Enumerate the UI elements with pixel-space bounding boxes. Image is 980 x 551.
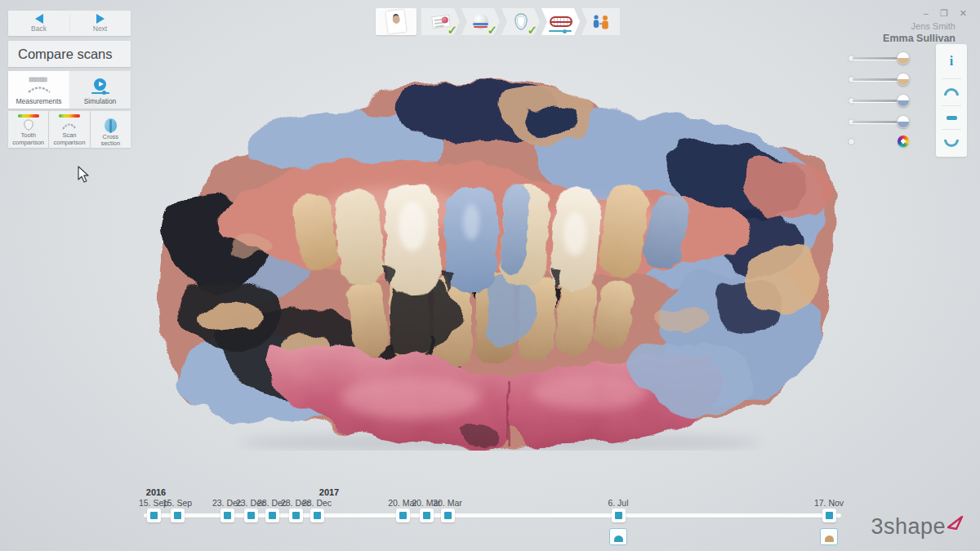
timeline-scan-marker[interactable] <box>420 509 434 522</box>
minimize-icon[interactable]: – <box>924 8 930 19</box>
next-label: Next <box>93 24 107 33</box>
timeline-scan-marker[interactable] <box>441 509 455 522</box>
cross-section-label: Cross section <box>92 134 128 148</box>
mode-tabs: Measurements Simulation <box>8 71 131 109</box>
tab-simulation[interactable]: Simulation <box>69 71 131 109</box>
slider-track[interactable] <box>853 121 902 123</box>
cross-section-button[interactable]: Cross section <box>91 111 131 148</box>
slider-track[interactable] <box>853 78 902 81</box>
timeline-scan-marker[interactable] <box>289 509 303 522</box>
timeline-scan-marker[interactable] <box>822 509 836 522</box>
navigation-bar: Back Next <box>8 11 131 36</box>
back-label: Back <box>31 24 47 33</box>
timeline-date-label: 15. Sep <box>163 498 192 508</box>
check-icon: ✓ <box>527 23 537 38</box>
next-button[interactable]: Next <box>69 11 131 36</box>
timeline-scan-marker[interactable] <box>310 509 324 522</box>
timeline-scan-marker[interactable] <box>147 509 161 522</box>
timeline-date-label: 6. Jul <box>608 498 628 508</box>
patient-info: Jens Smith Emma Sullivan <box>883 21 956 45</box>
timeline-date-label: 17. Nov <box>814 498 844 508</box>
upper-jaw-icon[interactable] <box>944 88 959 96</box>
window-controls: – ❐ ✕ <box>924 8 969 19</box>
timeline-scan-marker[interactable] <box>396 509 410 522</box>
tab-measurements[interactable]: Measurements <box>8 71 69 109</box>
logo-text: 3shape <box>871 516 946 538</box>
patient-doctor-icon <box>591 14 611 30</box>
comparison-tools: Tooth comparison Scan comparison Cross s… <box>8 111 131 148</box>
tab-simulation-label: Simulation <box>84 97 117 105</box>
occlusion-icon[interactable] <box>947 116 957 120</box>
simulation-play-icon <box>91 76 109 96</box>
maximize-icon[interactable]: ❐ <box>940 8 950 19</box>
scan-arch-icon <box>825 535 834 542</box>
divider <box>942 105 961 106</box>
info-icon[interactable]: i <box>950 54 953 69</box>
timeline-scan-marker[interactable] <box>171 509 185 522</box>
workflow-step-order-form[interactable]: ✓ <box>421 8 460 35</box>
timeline-year-label: 2016 <box>146 487 166 497</box>
tooth-comparison-button[interactable]: Tooth comparison <box>8 111 48 148</box>
logo-arrow-icon <box>947 516 964 530</box>
check-icon: ✓ <box>487 23 497 38</box>
workflow-step-patient-photo[interactable] <box>376 8 416 35</box>
timeline-date-label: 28. Dec <box>302 498 332 508</box>
timeline-date-label: 20. Mar <box>433 498 462 508</box>
lower-jaw-icon[interactable] <box>944 140 959 147</box>
scan-comparison-button[interactable]: Scan comparison <box>49 111 89 148</box>
page-title: Compare scans <box>8 41 131 67</box>
scan-1-lower-opacity-slider[interactable] <box>846 69 910 90</box>
scan-1-upper-opacity-slider[interactable] <box>846 47 910 69</box>
selected-scan-chip[interactable] <box>820 528 838 545</box>
scan-2-upper-opacity-slider[interactable] <box>846 90 910 111</box>
close-icon[interactable]: ✕ <box>960 8 969 19</box>
slider-track[interactable] <box>853 57 902 60</box>
slider-track[interactable] <box>853 100 902 102</box>
timeline-scan-marker[interactable] <box>220 509 234 522</box>
scan-history-timeline: 2016201715. Sep15. Sep23. Dec23. Dec28. … <box>0 482 980 551</box>
scan-comparison-label: Scan comparison <box>51 132 87 146</box>
timeline-scan-marker[interactable] <box>265 509 279 522</box>
color-mode-radio[interactable] <box>848 138 855 145</box>
view-options-panel: i <box>936 44 967 157</box>
doctor-name: Jens Smith <box>883 21 956 33</box>
divider <box>942 129 961 130</box>
back-button[interactable]: Back <box>8 11 69 36</box>
workflow-step-consult[interactable] <box>581 8 620 35</box>
timeline-scan-marker[interactable] <box>612 509 626 522</box>
selected-scan-chip[interactable] <box>609 528 627 545</box>
denture-icon <box>550 16 572 27</box>
scan-2-lower-opacity-slider[interactable] <box>846 111 910 132</box>
slider-knob[interactable] <box>897 94 910 107</box>
patient-photo-icon <box>385 10 406 33</box>
tooth-outline-icon <box>23 119 34 131</box>
timeline-scan-marker[interactable] <box>244 509 258 522</box>
workflow-step-scan[interactable]: ✓ <box>461 8 500 35</box>
check-icon: ✓ <box>447 23 457 38</box>
arch-outline-icon <box>61 119 78 131</box>
next-arrow-icon <box>96 14 105 24</box>
mouse-cursor <box>78 166 91 184</box>
scan-opacity-sliders <box>846 47 910 152</box>
3shape-logo: 3shape <box>871 516 964 538</box>
color-mode-row <box>846 132 910 152</box>
slider-knob[interactable] <box>897 51 910 64</box>
heatmap-scale-icon <box>18 114 39 118</box>
tooth-comparison-label: Tooth comparison <box>11 132 47 146</box>
divider <box>942 78 961 79</box>
slider-knob[interactable] <box>897 115 910 128</box>
slider-knob[interactable] <box>897 73 910 86</box>
workflow-steps: ✓ ✓ ✓ <box>421 8 621 35</box>
cross-section-icon <box>105 118 117 132</box>
dental-scan-3d-viewport[interactable] <box>149 75 844 451</box>
heatmap-scale-icon <box>59 114 80 118</box>
workflow-step-compare[interactable] <box>541 8 580 35</box>
compare-slider-icon <box>549 30 572 32</box>
timeline-year-label: 2017 <box>319 487 339 497</box>
workflow-step-model[interactable]: ✓ <box>501 8 540 35</box>
measurements-teeth-icon <box>25 76 53 96</box>
back-arrow-icon <box>35 14 43 24</box>
tab-measurements-label: Measurements <box>16 97 61 105</box>
color-wheel-icon[interactable] <box>898 136 909 147</box>
scan-arch-icon <box>614 535 623 542</box>
